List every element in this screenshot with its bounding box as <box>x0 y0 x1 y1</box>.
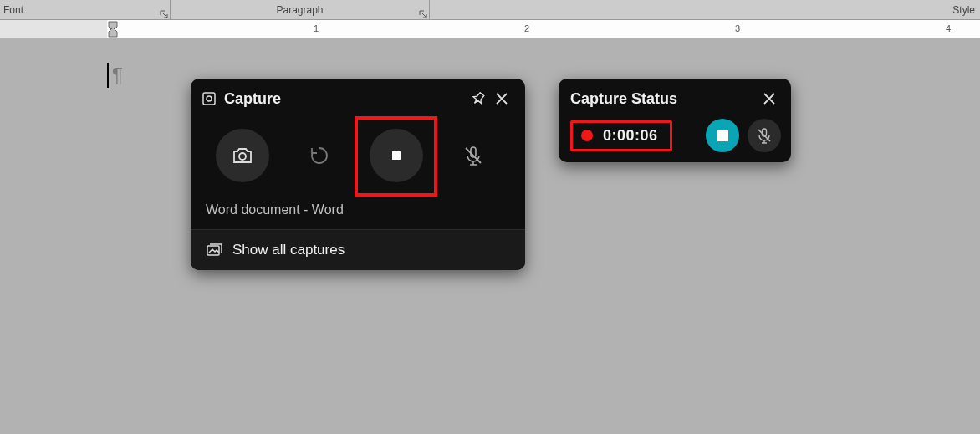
recording-timer: 0:00:06 <box>570 120 672 151</box>
ribbon-label-paragraph: Paragraph <box>276 4 323 16</box>
ribbon-group-labels: Font Paragraph Style <box>0 0 980 20</box>
rewind-icon <box>309 145 330 166</box>
ribbon-group-font: Font <box>0 0 171 19</box>
ruler-number: 1 <box>314 23 319 33</box>
record-last-button[interactable] <box>293 129 346 182</box>
capture-title: Capture <box>224 90 467 108</box>
gallery-icon <box>206 242 222 258</box>
mic-muted-icon <box>756 127 773 144</box>
pin-button[interactable] <box>467 87 490 110</box>
ribbon-group-style: Style <box>430 0 980 19</box>
stop-icon <box>385 145 407 166</box>
mic-muted-icon <box>462 145 484 166</box>
status-body: 0:00:06 <box>559 115 791 152</box>
ribbon-label-font: Font <box>3 4 23 16</box>
pilcrow-icon: ¶ <box>112 64 123 87</box>
status-close-button[interactable] <box>758 87 781 110</box>
show-all-captures-label: Show all captures <box>232 242 345 258</box>
status-stop-button[interactable] <box>706 119 739 152</box>
ruler-track <box>107 20 980 38</box>
status-title: Capture Status <box>570 90 758 108</box>
svg-rect-5 <box>392 151 401 160</box>
svg-rect-2 <box>203 93 215 105</box>
ruler-number: 3 <box>735 23 740 33</box>
show-all-captures-button[interactable]: Show all captures <box>191 229 525 270</box>
mic-toggle-button[interactable] <box>447 129 500 182</box>
ribbon-group-paragraph: Paragraph <box>171 0 430 19</box>
capture-button-row <box>191 117 525 197</box>
capture-app-icon <box>202 92 216 105</box>
svg-point-4 <box>239 153 246 160</box>
indent-marker[interactable] <box>107 20 119 38</box>
status-mic-button[interactable] <box>748 119 781 152</box>
recording-indicator-icon <box>581 130 593 141</box>
status-header: Capture Status <box>559 79 791 115</box>
capture-status-widget: Capture Status 0:00:06 <box>559 79 791 162</box>
stop-record-button[interactable] <box>370 129 423 182</box>
capture-target-label: Word document - Word <box>191 197 525 229</box>
close-button[interactable] <box>490 87 513 110</box>
elapsed-time: 0:00:06 <box>603 127 658 145</box>
ruler-number: 4 <box>946 23 951 33</box>
text-caret <box>107 63 109 88</box>
text-cursor-paragraph: ¶ <box>107 63 123 88</box>
capture-widget: Capture Word document - Word Show al <box>191 79 525 270</box>
screenshot-button[interactable] <box>216 129 269 182</box>
stop-icon <box>717 130 728 141</box>
ruler-number: 2 <box>524 23 529 33</box>
capture-header: Capture <box>191 79 525 117</box>
dialog-launcher-paragraph[interactable] <box>419 9 427 18</box>
svg-point-3 <box>207 96 212 101</box>
svg-marker-1 <box>109 28 117 37</box>
ribbon-label-style: Style <box>952 4 975 16</box>
camera-icon <box>232 145 253 166</box>
dialog-launcher-font[interactable] <box>160 9 168 18</box>
horizontal-ruler[interactable]: 1 2 3 4 <box>0 20 980 38</box>
